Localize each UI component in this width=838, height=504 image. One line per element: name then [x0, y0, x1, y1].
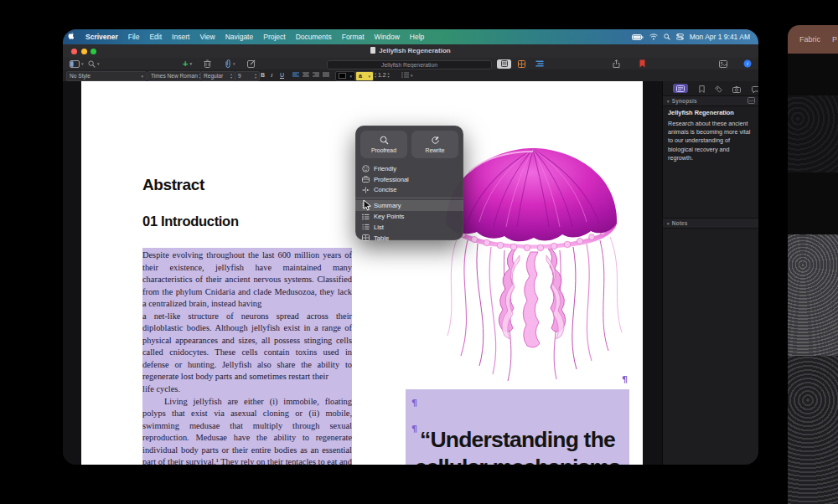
align-justify-button[interactable]	[323, 71, 329, 80]
pull-quote-text: “Understanding the cellular mechanisms t…	[407, 426, 628, 465]
menubar-clock[interactable]: Mon Apr 1 9:41 AM	[690, 33, 750, 41]
tab-bookmarks[interactable]	[699, 81, 705, 96]
desktop: Scrivener File Edit Insert View Navigate…	[0, 0, 838, 504]
briefcase-icon	[362, 176, 370, 183]
writing-tools-option-list[interactable]: List	[355, 222, 463, 233]
font-variant-dropdown[interactable]: Regular▴▾	[200, 71, 235, 81]
menu-item-view[interactable]: View	[194, 33, 220, 41]
align-center-button[interactable]	[303, 71, 309, 80]
list-icon	[362, 224, 370, 230]
writing-tools-option-table[interactable]: Table	[355, 233, 463, 244]
bold-button[interactable]: B	[261, 71, 265, 80]
apple-menu-icon[interactable]	[63, 32, 80, 42]
writing-tools-option-concise[interactable]: Concise	[355, 185, 463, 196]
fabric-texture-thumbnail[interactable]	[788, 234, 838, 356]
fabric-tab[interactable]: Fabric	[799, 35, 820, 44]
menu-item-window[interactable]: Window	[370, 33, 405, 41]
inspector-tab-bar	[663, 81, 758, 96]
rewrite-button[interactable]: Rewrite	[411, 131, 458, 158]
menu-item-insert[interactable]: Insert	[167, 33, 194, 41]
menu-item-help[interactable]: Help	[405, 33, 429, 41]
fabric-window-header: Fabric P	[788, 25, 838, 54]
wifi-icon[interactable]	[649, 33, 658, 40]
menu-item-scrivener[interactable]: Scrivener	[80, 33, 123, 41]
inspector-info-button[interactable]: i	[743, 59, 752, 69]
table-icon	[362, 234, 370, 241]
fabric-texture-thumbnail[interactable]	[788, 95, 838, 172]
menu-item-format[interactable]: Format	[337, 33, 370, 41]
toolbar: ▾ ▾ +▾ ▾	[63, 58, 758, 70]
document-icon	[370, 47, 375, 54]
menu-item-file[interactable]: File	[123, 33, 145, 41]
synopsis-text[interactable]: Research about these ancient animals is …	[668, 120, 754, 162]
attach-link-button[interactable]: ▾	[225, 59, 235, 69]
tab-notes-synopsis[interactable]	[673, 84, 688, 93]
search-button[interactable]: ▾	[88, 59, 100, 69]
share-button[interactable]	[613, 59, 620, 69]
tab-comments[interactable]	[752, 81, 758, 96]
tab-metadata[interactable]	[715, 81, 722, 96]
binder-sidebar-toggle-button[interactable]: ▾	[70, 59, 84, 69]
mouse-cursor	[363, 199, 372, 214]
compose-button[interactable]	[247, 59, 256, 69]
menu-item-documents[interactable]: Documents	[291, 33, 337, 41]
trash-button[interactable]	[204, 59, 211, 69]
tab-snapshots-camera[interactable]	[732, 81, 741, 96]
bookmark-button[interactable]	[639, 59, 645, 69]
document-view-button[interactable]	[497, 59, 511, 69]
battery-icon[interactable]	[632, 34, 644, 40]
control-center-icon[interactable]	[676, 33, 684, 40]
synopsis-section-header[interactable]: ▾Synopsis	[663, 95, 758, 106]
align-right-button[interactable]	[313, 71, 319, 80]
media-button[interactable]	[719, 59, 727, 69]
fabric-side-window: Fabric P	[788, 25, 838, 504]
menu-item-navigate[interactable]: Navigate	[220, 33, 259, 41]
add-item-button[interactable]: +▾	[183, 59, 192, 69]
font-size-stepper[interactable]: 9▴▾	[235, 71, 260, 81]
doc-heading-introduction: 01 Introduction	[142, 213, 239, 229]
writing-tools-option-professional[interactable]: Professional	[355, 174, 463, 185]
spotlight-search-icon[interactable]	[664, 33, 670, 40]
font-family-dropdown[interactable]: Times New Roman▴▾	[147, 71, 201, 81]
menu-item-project[interactable]: Project	[258, 33, 290, 41]
pilcrow-mark: ¶	[622, 374, 628, 385]
menu-separator	[355, 198, 463, 198]
format-bar: No Style▾ Times New Roman▴▾ Regular▴▾ 9▴…	[63, 69, 758, 82]
highlight-color-well[interactable]: a▾	[355, 71, 374, 81]
doc-paragraph: Despite evolving throughout the last 600…	[142, 249, 352, 396]
text-color-well[interactable]: ▾	[335, 71, 355, 81]
underline-button[interactable]: U	[280, 71, 284, 80]
writing-tools-popup: Proofread Rewrite Friendly Professional	[355, 126, 463, 240]
svg-text:i: i	[747, 60, 748, 66]
style-dropdown[interactable]: No Style▾	[66, 71, 147, 81]
proofread-button[interactable]: Proofread	[360, 131, 407, 158]
mac-screen: Scrivener File Edit Insert View Navigate…	[63, 29, 758, 465]
pilcrow-mark: ¶	[411, 398, 417, 409]
list-format-button[interactable]: ▾	[401, 71, 413, 80]
concise-icon	[362, 187, 370, 193]
smiley-icon	[362, 165, 370, 172]
fabric-tab-partial[interactable]: P	[832, 35, 837, 44]
project-search-field[interactable]	[327, 60, 492, 70]
italic-button[interactable]: I	[271, 71, 272, 80]
rewrite-circle-pencil-icon	[431, 136, 440, 146]
writing-tools-option-friendly[interactable]: Friendly	[355, 163, 463, 174]
outline-view-button[interactable]	[532, 59, 546, 69]
proofread-magnifier-icon	[380, 136, 389, 146]
doc-body-column[interactable]: Despite evolving throughout the last 600…	[142, 248, 352, 465]
menu-bar: Scrivener File Edit Insert View Navigate…	[63, 29, 758, 44]
window-title-bar: Jellyfish Regeneration	[63, 44, 758, 59]
synopsis-image-icon[interactable]	[747, 97, 758, 105]
corkboard-view-button[interactable]	[515, 59, 529, 69]
doc-paragraph: Living jellyfish are either (i) immobile…	[142, 396, 352, 465]
line-spacing-stepper[interactable]: ▴▾1.2▴▾	[375, 71, 389, 80]
notes-section-header[interactable]: ▾Notes	[663, 218, 758, 229]
menu-item-edit[interactable]: Edit	[144, 33, 167, 41]
synopsis-title[interactable]: Jellyfish Regeneration	[668, 109, 734, 116]
doc-heading-abstract: Abstract	[142, 176, 204, 194]
inspector-panel: ▾Synopsis Jellyfish Regeneration Researc…	[662, 81, 758, 465]
fabric-texture-thumbnail[interactable]	[788, 356, 838, 504]
window-title: Jellyfish Regeneration	[63, 47, 758, 54]
pull-quote-block[interactable]: ¶ ¶ “Understanding the cellular mechanis…	[406, 389, 629, 465]
align-left-button[interactable]	[292, 71, 299, 80]
